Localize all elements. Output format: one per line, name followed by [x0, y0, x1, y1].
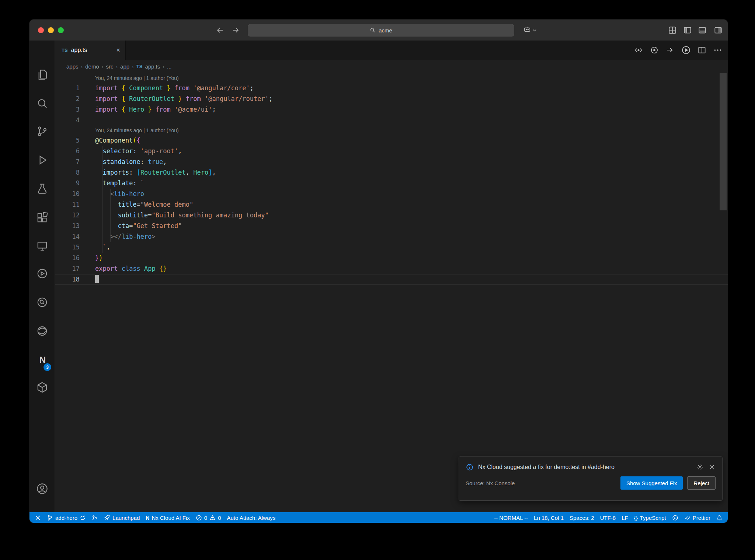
copilot-icon[interactable]	[523, 25, 531, 35]
encoding-item[interactable]: UTF-8	[600, 515, 616, 521]
chevron-right-icon: ›	[163, 64, 164, 70]
line-number: 18	[55, 274, 80, 285]
code-line[interactable]: 6 selector: 'app-root',	[55, 146, 728, 157]
prettier-item[interactable]: Prettier	[684, 515, 710, 521]
code-line[interactable]: 17export class App {}	[55, 263, 728, 274]
package-cube-icon[interactable]	[36, 381, 49, 394]
code-line[interactable]: 8 imports: [RouterOutlet, Hero],	[55, 167, 728, 178]
code-editor[interactable]: You, 24 minutes ago | 1 author (You)1imp…	[55, 73, 728, 512]
breadcrumb-item-symbol[interactable]: ...	[167, 63, 172, 70]
chevron-down-icon[interactable]	[532, 28, 537, 37]
forward-arrow-icon[interactable]	[665, 45, 675, 55]
code-nav-icon[interactable]	[634, 45, 643, 55]
problems-item[interactable]: 0 0	[196, 515, 221, 521]
breadcrumb-item-demo[interactable]: demo	[85, 63, 99, 70]
braces-icon: {}	[634, 515, 638, 521]
explorer-icon[interactable]	[36, 69, 49, 81]
code-text: @Component({	[95, 135, 140, 146]
run-debug-icon[interactable]	[36, 154, 49, 167]
commit-graph-icon[interactable]	[92, 515, 98, 521]
target-circle-icon[interactable]	[650, 45, 659, 55]
title-bar: acme	[29, 20, 728, 41]
code-line[interactable]: 11 title="Welcmoe demo"	[55, 199, 728, 210]
code-line[interactable]: 13 cta="Get Started"	[55, 221, 728, 231]
code-line[interactable]: 12 subtitle="Build something amazing tod…	[55, 210, 728, 221]
auto-attach-item[interactable]: Auto Attach: Always	[227, 515, 275, 521]
line-number: 14	[55, 231, 80, 242]
breadcrumb-item-file[interactable]: app.ts	[145, 63, 160, 70]
notifications-bell-icon[interactable]	[716, 515, 723, 521]
tab-close-icon[interactable]: ×	[116, 47, 120, 53]
indent-guide	[102, 146, 103, 253]
git-branch-item[interactable]: add-hero	[47, 515, 86, 521]
line-number: 13	[55, 221, 80, 231]
accounts-icon[interactable]	[36, 482, 49, 495]
run-file-icon[interactable]	[681, 45, 691, 55]
code-text: standalone: true,	[95, 157, 167, 167]
code-line[interactable]: 16})	[55, 253, 728, 263]
notification-toast: Nx Cloud suggested a fix for demo:test i…	[459, 456, 723, 501]
nx-cloud-ai-fix-item[interactable]: N Nx Cloud AI Fix	[146, 515, 190, 521]
editor-scrollbar[interactable]	[720, 73, 727, 210]
language-mode-item[interactable]: {} TypeScript	[634, 515, 666, 521]
tab-app-ts[interactable]: TS app.ts ×	[55, 41, 126, 60]
navigate-forward-button[interactable]	[231, 26, 240, 35]
codelens-annotation[interactable]: You, 24 minutes ago | 1 author (You)	[55, 73, 728, 83]
code-line[interactable]: 4	[55, 115, 728, 126]
toggle-primary-sidebar-icon[interactable]	[683, 25, 692, 35]
code-line[interactable]: 5@Component({	[55, 135, 728, 146]
remote-explorer-icon[interactable]	[36, 239, 49, 252]
code-line[interactable]: 3import { Hero } from '@acme/ui';	[55, 104, 728, 115]
breadcrumb-item-apps[interactable]: apps	[66, 63, 79, 70]
vim-mode-indicator[interactable]: -- NORMAL --	[494, 515, 528, 521]
line-number: 15	[55, 242, 80, 253]
code-text: cta="Get Started"	[95, 221, 182, 231]
line-number: 5	[55, 135, 80, 146]
cursor-position-item[interactable]: Ln 18, Col 1	[534, 515, 564, 521]
code-line[interactable]: 1import { Component } from '@angular/cor…	[55, 83, 728, 94]
line-number: 1	[55, 83, 80, 94]
search-icon[interactable]	[36, 97, 49, 110]
code-line[interactable]: 2import { RouterOutlet } from '@angular/…	[55, 94, 728, 104]
editor-actions	[634, 41, 723, 60]
code-text: imports: [RouterOutlet, Hero],	[95, 167, 216, 178]
line-number: 17	[55, 263, 80, 274]
code-line[interactable]: 14 ></lib-hero>	[55, 231, 728, 242]
codelens-annotation[interactable]: You, 24 minutes ago | 1 author (You)	[55, 126, 728, 135]
remote-indicator[interactable]	[35, 515, 41, 521]
feedback-smiley-icon[interactable]	[672, 515, 678, 521]
customize-layout-icon[interactable]	[668, 25, 677, 35]
notification-close-icon[interactable]	[708, 463, 716, 471]
reject-button[interactable]: Reject	[687, 476, 716, 490]
indentation-item[interactable]: Spaces: 2	[570, 515, 594, 521]
zoom-window-button[interactable]	[58, 27, 64, 33]
search-circle-icon[interactable]	[36, 296, 49, 309]
circle-play-icon[interactable]	[36, 267, 49, 280]
minimize-window-button[interactable]	[48, 27, 54, 33]
code-line[interactable]: 9 template: `	[55, 178, 728, 189]
testing-icon[interactable]	[36, 182, 49, 195]
code-line[interactable]: 18	[55, 274, 728, 285]
code-line[interactable]: 10 <lib-hero	[55, 189, 728, 199]
toggle-panel-icon[interactable]	[697, 25, 707, 35]
code-line[interactable]: 15 `,	[55, 242, 728, 253]
sync-icon	[80, 515, 86, 521]
edge-devtools-icon[interactable]	[36, 325, 49, 337]
toggle-secondary-sidebar-icon[interactable]	[713, 25, 723, 35]
navigate-back-button[interactable]	[216, 26, 225, 35]
line-number: 3	[55, 104, 80, 115]
more-actions-icon[interactable]	[713, 45, 723, 55]
launchpad-item[interactable]: Launchpad	[104, 515, 140, 521]
chevron-right-icon: ›	[81, 64, 83, 70]
eol-item[interactable]: LF	[622, 515, 628, 521]
breadcrumb-item-src[interactable]: src	[106, 63, 113, 70]
split-editor-icon[interactable]	[697, 45, 707, 55]
command-center-search[interactable]: acme	[248, 24, 514, 36]
show-suggested-fix-button[interactable]: Show Suggested Fix	[620, 476, 683, 490]
breadcrumb-item-app[interactable]: app	[120, 63, 129, 70]
source-control-icon[interactable]	[36, 125, 49, 138]
notification-settings-gear-icon[interactable]	[696, 463, 704, 471]
code-line[interactable]: 7 standalone: true,	[55, 157, 728, 167]
close-window-button[interactable]	[38, 27, 44, 33]
extensions-icon[interactable]	[36, 211, 49, 224]
